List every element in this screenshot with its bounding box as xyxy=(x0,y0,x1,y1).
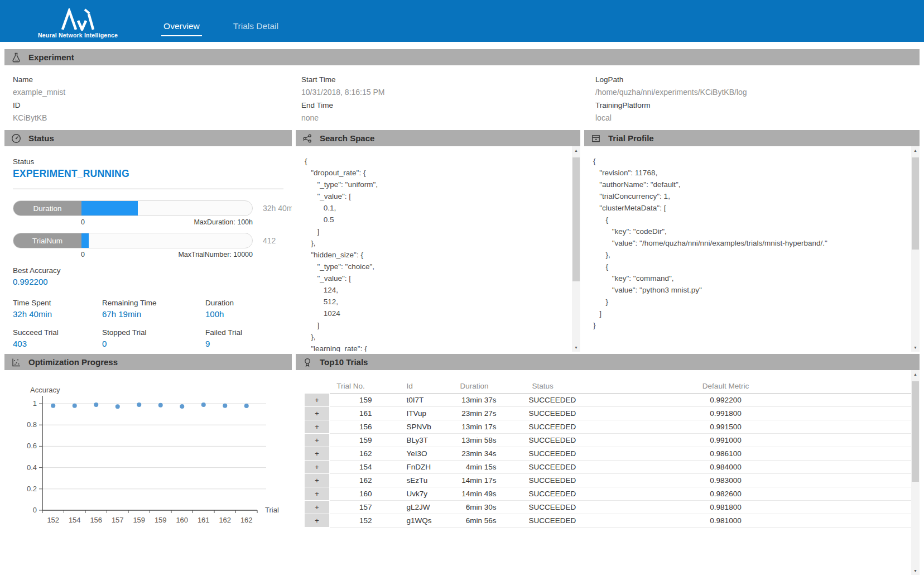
column-header-duration: Duration xyxy=(441,380,506,393)
progress-bar-label: Duration xyxy=(13,201,81,215)
experiment-info: Nameexample_mnistIDKCiBytKBStart Time10/… xyxy=(4,65,920,130)
stat-value: 9 xyxy=(205,339,283,348)
scale-max: MaxDuration: 100h xyxy=(194,218,253,226)
stat-value: 32h 40min xyxy=(13,309,102,319)
svg-text:152: 152 xyxy=(47,516,59,524)
search-space-body: { "dropout_rate": { "_type": "uniform", … xyxy=(296,146,580,352)
cell-filler xyxy=(857,420,912,433)
expand-row-button[interactable]: + xyxy=(305,393,330,406)
scroll-up-arrow[interactable]: ▲ xyxy=(572,146,580,155)
cell-trial-no: 161 xyxy=(330,406,374,420)
stat-value: 100h xyxy=(205,309,283,319)
expand-row-button[interactable]: + xyxy=(305,500,330,514)
cell-trial-no: 159 xyxy=(330,393,374,406)
svg-text:0.2: 0.2 xyxy=(27,485,37,493)
scroll-down-arrow[interactable]: ▼ xyxy=(911,343,920,352)
expand-row-button[interactable]: + xyxy=(305,514,330,527)
top-trials-table: Trial No. Id Duration Status Default Met… xyxy=(304,380,911,528)
cell-status: SUCCEEDED xyxy=(506,393,595,406)
table-row: +156SPNVb13min 17sSUCCEEDED0.991500 xyxy=(305,420,912,433)
expander-column-header xyxy=(305,380,330,393)
cell-trial-no: 152 xyxy=(330,514,374,527)
field-value: none xyxy=(301,112,580,124)
trial-profile-body: { "revision": 11768, "authorName": "defa… xyxy=(584,146,920,352)
expand-row-button[interactable]: + xyxy=(305,406,330,420)
cell-duration: 13min 58s xyxy=(441,433,506,447)
scroll-up-arrow[interactable]: ▲ xyxy=(911,370,920,378)
svg-text:154: 154 xyxy=(69,516,81,524)
expand-row-button[interactable]: + xyxy=(305,447,330,460)
scroll-up-arrow[interactable]: ▲ xyxy=(911,146,920,155)
table-row: +159t0I7T13min 37sSUCCEEDED0.992200 xyxy=(305,393,912,406)
nav-tabs: Overview Trials Detail xyxy=(161,21,281,36)
cell-default-metric: 0.991000 xyxy=(595,433,857,447)
svg-text:162: 162 xyxy=(240,516,253,524)
status-body: Status EXPERIMENT_RUNNING Duration32h 40… xyxy=(4,146,292,352)
cell-filler xyxy=(857,460,912,473)
top-navbar: Neural Network Intelligence Overview Tri… xyxy=(0,0,924,42)
field-label: Name xyxy=(13,73,292,86)
progress-bar: Duration xyxy=(13,200,253,216)
divider xyxy=(13,189,283,189)
experiment-section-header: Experiment xyxy=(4,49,920,65)
top-trials-scrollbar[interactable]: ▲ ▼ xyxy=(911,370,920,575)
column-header-default-metric: Default Metric xyxy=(595,380,857,393)
progress-bar-value: 32h 40min xyxy=(263,200,292,216)
stat-value: 403 xyxy=(13,339,102,348)
cell-id: g1WQs xyxy=(374,514,441,527)
expand-row-button[interactable]: + xyxy=(305,460,330,473)
brand-text: Neural Network Intelligence xyxy=(38,32,118,39)
stat-cell: Time Spent32h 40min xyxy=(13,299,102,319)
cell-default-metric: 0.991800 xyxy=(595,406,857,420)
scroll-thumb[interactable] xyxy=(912,157,919,250)
cell-id: FnDZH xyxy=(374,460,441,473)
page-content: Experiment Nameexample_mnistIDKCiBytKBSt… xyxy=(0,49,924,575)
cell-duration: 13min 17s xyxy=(441,420,506,433)
cell-status: SUCCEEDED xyxy=(506,500,595,514)
nni-logo-icon xyxy=(60,8,97,31)
table-row: +159BLy3T13min 58sSUCCEEDED0.991000 xyxy=(305,433,912,447)
scroll-thumb[interactable] xyxy=(572,157,580,281)
progress-bars: Duration32h 40min0MaxDuration: 100hTrial… xyxy=(13,200,283,258)
cell-duration: 23min 34s xyxy=(441,447,506,460)
status-field-label: Status xyxy=(13,157,283,166)
field-value: 10/31/2018, 8:16:15 PM xyxy=(301,86,580,99)
field-value: local xyxy=(595,112,920,124)
expand-row-button[interactable]: + xyxy=(305,433,330,447)
nni-logo: Neural Network Intelligence xyxy=(38,8,118,39)
table-row: +162sEzTu14min 17sSUCCEEDED0.983000 xyxy=(305,473,912,487)
field-label: ID xyxy=(13,99,292,112)
search-space-scrollbar[interactable]: ▲ ▼ xyxy=(572,146,580,352)
tab-trials-detail[interactable]: Trials Detail xyxy=(231,21,281,36)
stat-value: 67h 19min xyxy=(102,309,205,319)
cell-status: SUCCEEDED xyxy=(506,460,595,473)
svg-text:160: 160 xyxy=(176,516,188,524)
best-accuracy-value: 0.992200 xyxy=(13,277,283,286)
tab-overview[interactable]: Overview xyxy=(161,21,202,36)
best-accuracy: Best Accuracy 0.992200 xyxy=(13,266,283,286)
progress-bar-row: TrialNum412 xyxy=(13,233,283,248)
trial-profile-scrollbar[interactable]: ▲ ▼ xyxy=(911,146,920,352)
svg-text:Trial: Trial xyxy=(265,506,279,514)
experiment-column: Start Time10/31/2018, 8:16:15 PMEnd Time… xyxy=(296,73,580,130)
optimization-chart-area: Accuracy00.20.40.60.81152154156157159159… xyxy=(4,370,292,575)
svg-text:0.8: 0.8 xyxy=(27,420,37,429)
svg-text:0: 0 xyxy=(33,506,37,514)
scroll-down-arrow[interactable]: ▼ xyxy=(911,567,920,575)
trial-profile-title: Trial Profile xyxy=(608,133,654,143)
expand-row-button[interactable]: + xyxy=(305,473,330,487)
scroll-down-arrow[interactable]: ▼ xyxy=(572,343,580,352)
cell-default-metric: 0.992200 xyxy=(595,393,857,406)
cell-default-metric: 0.981000 xyxy=(595,514,857,527)
table-row: +161ITVup23min 27sSUCCEEDED0.991800 xyxy=(305,406,912,420)
cell-duration: 13min 37s xyxy=(441,393,506,406)
svg-text:161: 161 xyxy=(198,516,210,524)
scroll-thumb[interactable] xyxy=(912,381,919,482)
expand-row-button[interactable]: + xyxy=(305,420,330,433)
expand-row-button[interactable]: + xyxy=(305,487,330,500)
cell-filler xyxy=(857,514,912,527)
cell-filler xyxy=(857,487,912,500)
field-value: example_mnist xyxy=(13,86,292,99)
stat-label: Duration xyxy=(205,299,283,307)
progress-bar-fill xyxy=(81,233,89,248)
